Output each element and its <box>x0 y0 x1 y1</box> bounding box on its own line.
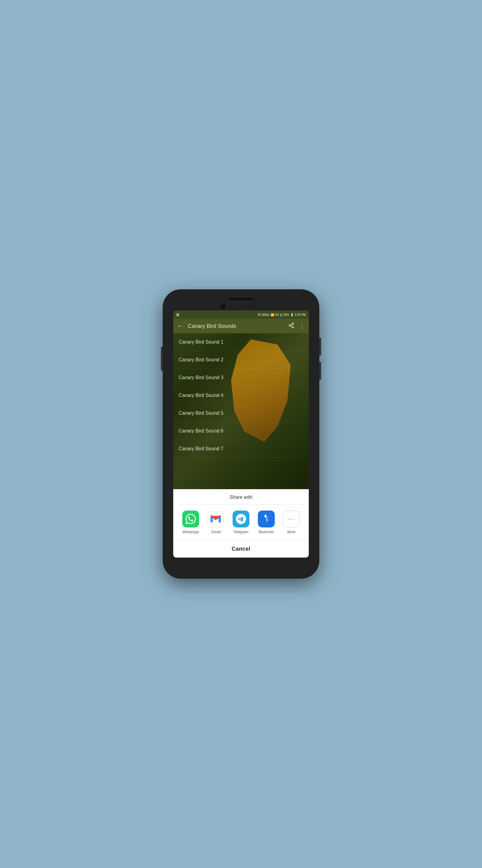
app-bar: ← Canary Bird Sounds ⋮ <box>173 319 309 333</box>
share-button[interactable] <box>288 322 294 330</box>
share-app-gmail[interactable]: Gmail <box>207 510 224 534</box>
gmail-label: Gmail <box>211 530 221 534</box>
svg-point-0 <box>292 323 294 324</box>
sound-list: Canary Bird Sound 1 Canary Bird Sound 2 … <box>173 333 309 458</box>
share-app-bluetooth[interactable]: Bluetooth <box>258 510 275 534</box>
phone-device: 🖼 87.00b/s 📶 4G ||| 32% 🔋 2:25 PM ← Cana… <box>163 289 319 579</box>
list-item[interactable]: Canary Bird Sound 5 <box>173 404 309 422</box>
back-button[interactable]: ← <box>177 322 184 330</box>
battery-icon: 🔋 <box>290 313 294 316</box>
svg-point-1 <box>289 324 291 326</box>
list-item[interactable]: Canary Bird Sound 6 <box>173 422 309 440</box>
speaker <box>229 298 253 300</box>
share-sheet: Share with WhatsApp <box>173 489 309 558</box>
phone-screen: 🖼 87.00b/s 📶 4G ||| 32% 🔋 2:25 PM ← Cana… <box>173 310 309 558</box>
share-app-more[interactable]: ··· More <box>283 510 300 534</box>
cancel-button[interactable]: Cancel <box>173 540 309 558</box>
share-app-telegram[interactable]: Telegram <box>232 510 250 534</box>
clock: 2:25 PM <box>295 313 306 316</box>
whatsapp-icon <box>182 510 199 527</box>
volume-button <box>161 347 163 371</box>
telegram-icon <box>232 510 250 527</box>
list-item[interactable]: Canary Bird Sound 1 <box>173 333 309 351</box>
bluetooth-icon <box>258 510 275 527</box>
battery-percent: 32% <box>283 313 289 316</box>
notification-icon: 🖼 <box>176 313 179 316</box>
svg-line-4 <box>290 324 292 325</box>
list-item[interactable]: Canary Bird Sound 4 <box>173 387 309 404</box>
bluetooth-label: Bluetooth <box>258 530 274 534</box>
share-apps-row: WhatsApp Gmai <box>173 504 309 537</box>
share-title: Share with <box>173 489 309 504</box>
front-camera <box>220 304 226 309</box>
share-app-whatsapp[interactable]: WhatsApp <box>182 510 199 534</box>
content-area: Canary Bird Sound 1 Canary Bird Sound 2 … <box>173 333 309 558</box>
gmail-icon <box>207 510 224 527</box>
list-item[interactable]: Canary Bird Sound 2 <box>173 351 309 369</box>
whatsapp-label: WhatsApp <box>182 530 199 534</box>
signal-bars: ||| <box>280 313 282 316</box>
list-item[interactable]: Canary Bird Sound 7 <box>173 440 309 458</box>
network-speed: 87.00b/s <box>258 313 269 316</box>
telegram-label: Telegram <box>233 530 248 534</box>
svg-point-2 <box>292 327 294 328</box>
wifi-icon: 📶 <box>270 313 274 316</box>
app-title: Canary Bird Sounds <box>188 323 288 330</box>
svg-line-3 <box>290 326 292 327</box>
signal-4g: 4G <box>275 313 279 316</box>
more-icon: ··· <box>283 510 300 527</box>
status-bar: 🖼 87.00b/s 📶 4G ||| 32% 🔋 2:25 PM <box>173 310 309 319</box>
menu-button[interactable]: ⋮ <box>299 322 305 330</box>
sensor <box>246 306 255 308</box>
more-label: More <box>287 530 295 534</box>
list-item[interactable]: Canary Bird Sound 3 <box>173 369 309 387</box>
